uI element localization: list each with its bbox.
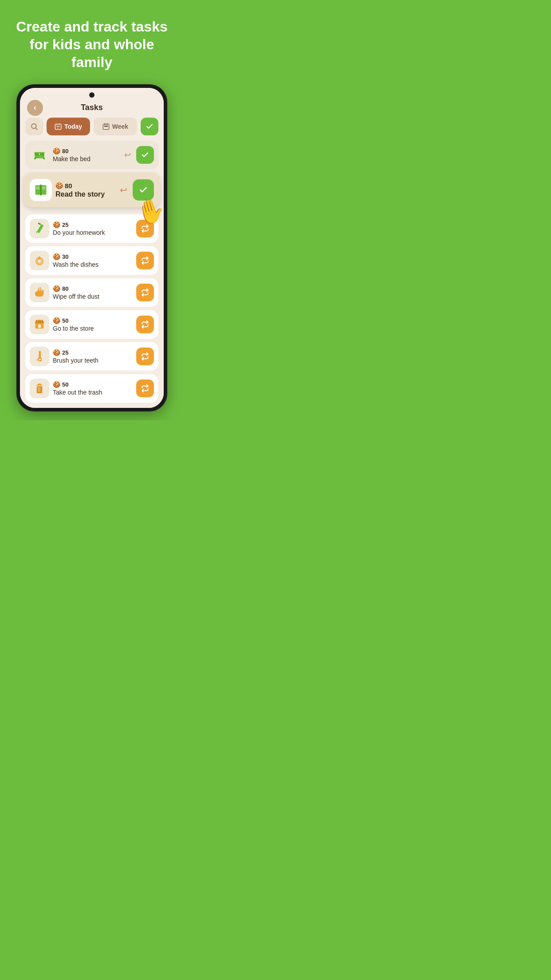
repeat-icon <box>141 320 149 328</box>
task-list: 🍪 80 Make the bed ↩ <box>20 141 164 408</box>
task-points: 🍪 80 <box>53 147 121 154</box>
today-filter[interactable]: 1 Today <box>47 118 90 135</box>
filter-check-button[interactable] <box>141 118 158 135</box>
headline: Create and track tasks for kids and whol… <box>0 0 184 84</box>
task-info-make-bed: 🍪 80 Make the bed <box>53 147 121 162</box>
task-name-trash: Take out the trash <box>53 389 133 396</box>
svg-rect-12 <box>35 153 39 155</box>
repeat-icon <box>141 225 149 233</box>
task-done-button-story[interactable] <box>133 179 154 201</box>
task-points-dust: 🍪 80 <box>53 285 133 292</box>
svg-point-28 <box>37 259 41 263</box>
task-icon-trash <box>30 379 49 398</box>
week-calendar-icon <box>102 123 110 130</box>
svg-rect-18 <box>41 185 47 194</box>
task-points-read-story: 🍪 80 <box>55 182 116 190</box>
cookie-icon: 🍪 <box>53 147 60 154</box>
task-item-dust[interactable]: 🍪 80 Wipe off the dust <box>25 278 158 307</box>
task-item-homework[interactable]: 🍪 25 Do your homework <box>25 214 158 243</box>
dishes-icon <box>33 254 46 267</box>
phone-frame: ‹ Tasks 1 <box>16 84 167 411</box>
undo-icon-story: ↩ <box>120 185 127 195</box>
task-done-button[interactable] <box>136 146 154 164</box>
app-header: ‹ Tasks <box>20 99 164 118</box>
repeat-icon <box>141 257 149 265</box>
task-repeat-button-store[interactable] <box>136 316 154 333</box>
task-points-value: 50 <box>62 317 68 324</box>
task-icon-teeth <box>30 347 49 366</box>
task-name-homework: Do your homework <box>53 229 133 236</box>
filter-bar: 1 Today Week <box>20 118 164 141</box>
task-item-teeth[interactable]: 🍪 25 Brush your teeth <box>25 342 158 371</box>
svg-rect-17 <box>35 185 41 194</box>
task-points-value: 25 <box>62 221 68 228</box>
svg-rect-19 <box>40 185 42 196</box>
task-repeat-button-homework[interactable] <box>136 220 154 237</box>
task-name-teeth: Brush your teeth <box>53 357 133 364</box>
task-item-read-story[interactable]: 🍪 80 Read the story ↩ <box>24 173 160 207</box>
svg-rect-16 <box>34 152 44 153</box>
task-name-read-story: Read the story <box>55 190 116 198</box>
svg-line-1 <box>35 128 37 129</box>
phone-camera <box>89 92 94 98</box>
glove-icon <box>33 286 46 299</box>
task-points-value: 80 <box>65 182 72 190</box>
phone-screen: ‹ Tasks 1 <box>20 88 164 408</box>
cookie-icon: 🍪 <box>55 182 63 189</box>
task-points-value: 30 <box>62 253 68 260</box>
task-points-value: 80 <box>62 285 68 292</box>
toothbrush-icon <box>33 350 46 363</box>
task-info-trash: 🍪 50 Take out the trash <box>53 381 133 396</box>
task-repeat-button-teeth[interactable] <box>136 348 154 365</box>
svg-rect-39 <box>39 387 40 392</box>
back-button[interactable]: ‹ <box>27 100 43 116</box>
cookie-icon: 🍪 <box>53 221 60 228</box>
cookie-icon: 🍪 <box>53 381 60 388</box>
svg-rect-9 <box>107 123 107 125</box>
book-icon <box>34 183 48 197</box>
week-label: Week <box>112 123 128 130</box>
svg-text:1: 1 <box>57 126 59 129</box>
svg-rect-31 <box>38 324 41 328</box>
check-done-icon <box>141 151 149 159</box>
calendar-icon: 1 <box>55 123 62 130</box>
svg-rect-26 <box>38 222 41 225</box>
search-button[interactable] <box>25 118 43 135</box>
today-label: Today <box>64 123 82 130</box>
task-icon-dust <box>30 283 49 302</box>
task-info-read-story: 🍪 80 Read the story <box>55 182 116 198</box>
task-item-store[interactable]: 🍪 50 Go to the store <box>25 310 158 339</box>
task-item-highlighted-wrap: 🍪 80 Read the story ↩ 🤚 <box>25 173 158 207</box>
search-icon <box>30 122 38 130</box>
cookie-icon: 🍪 <box>53 349 60 356</box>
week-filter[interactable]: Week <box>94 118 137 135</box>
task-repeat-button-dust[interactable] <box>136 284 154 301</box>
cookie-icon: 🍪 <box>53 285 60 292</box>
task-points-teeth: 🍪 25 <box>53 349 133 356</box>
page-wrapper: Create and track tasks for kids and whol… <box>0 0 184 420</box>
task-info-dust: 🍪 80 Wipe off the dust <box>53 285 133 300</box>
svg-rect-24 <box>37 224 43 233</box>
task-points-dishes: 🍪 30 <box>53 253 133 260</box>
phone-notch <box>20 88 164 99</box>
pencil-icon <box>33 222 46 235</box>
task-item[interactable]: 🍪 80 Make the bed ↩ <box>25 141 158 169</box>
cookie-icon: 🍪 <box>53 253 60 260</box>
task-name-dishes: Wash the dishes <box>53 261 133 268</box>
check-done-icon <box>139 186 148 194</box>
task-points-value: 25 <box>62 349 68 356</box>
svg-rect-13 <box>40 153 44 155</box>
cookie-icon: 🍪 <box>53 317 60 324</box>
task-info-homework: 🍪 25 Do your homework <box>53 221 133 236</box>
store-icon <box>33 318 46 331</box>
undo-icon: ↩ <box>124 150 131 160</box>
task-repeat-button-trash[interactable] <box>136 379 154 397</box>
task-icon-read-story <box>30 179 52 201</box>
task-info-store: 🍪 50 Go to the store <box>53 317 133 332</box>
task-repeat-button-dishes[interactable] <box>136 252 154 269</box>
task-item-dishes[interactable]: 🍪 30 Wash the dishes <box>25 246 158 275</box>
svg-rect-14 <box>34 158 35 159</box>
svg-rect-23 <box>42 188 46 189</box>
task-points-value: 80 <box>62 148 68 154</box>
task-item-trash[interactable]: 🍪 50 Take out the trash <box>25 374 158 403</box>
